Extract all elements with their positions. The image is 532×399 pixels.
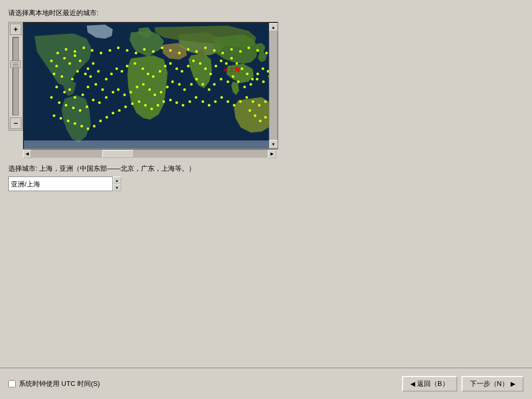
city-select-label: 选择城市: 上海，亚洲（中国东部——北京，广东，上海等。）: [8, 164, 524, 173]
scroll-left-arrow[interactable]: ◀: [23, 150, 31, 158]
scroll-thumb-horizontal[interactable]: [102, 150, 134, 158]
selected-city-marker: ×: [224, 66, 228, 74]
map-canvas[interactable]: × 上海: [24, 23, 277, 148]
utc-checkbox[interactable]: [8, 380, 16, 388]
selected-city-label: 上海: [229, 66, 240, 74]
city-spinner-up[interactable]: ▲: [113, 177, 121, 184]
zoom-out-button[interactable]: −: [10, 118, 21, 129]
bottom-bar: 系统时钟使用 UTC 时间(S) ◀ 返回（B） 下一步（N） ▶: [0, 368, 532, 399]
scroll-up-arrow[interactable]: ▲: [269, 23, 278, 31]
map-wrapper[interactable]: × 上海 ▲ ▼: [23, 22, 278, 149]
scroll-track-vertical[interactable]: [269, 31, 277, 140]
city-select-input[interactable]: 亚洲/上海亚洲/北京亚洲/广州亚洲/东京亚洲/首尔欧洲/伦敦美洲/纽约: [8, 177, 113, 191]
instruction-text: 请选择离本地时区最近的城市:: [8, 8, 524, 18]
city-spinner-buttons: ▲ ▼: [113, 177, 121, 191]
city-dropdown: 亚洲/上海亚洲/北京亚洲/广州亚洲/东京亚洲/首尔欧洲/伦敦美洲/纽约 ▲ ▼: [8, 177, 524, 191]
next-label: 下一步（N）: [470, 379, 509, 389]
next-icon: ▶: [511, 380, 515, 388]
utc-checkbox-area: 系统时钟使用 UTC 时间(S): [8, 379, 100, 389]
back-icon: ◀: [410, 380, 415, 388]
zoom-slider-track[interactable]: [13, 37, 19, 115]
world-map-svg: [24, 23, 277, 148]
horizontal-scrollbar[interactable]: ◀ ▶: [23, 149, 276, 158]
scroll-down-arrow[interactable]: ▼: [269, 140, 278, 148]
back-label: 返回（B）: [417, 379, 449, 389]
utc-label[interactable]: 系统时钟使用 UTC 时间(S): [19, 379, 100, 389]
scroll-track-horizontal[interactable]: [31, 150, 268, 158]
zoom-slider-thumb[interactable]: [10, 61, 21, 68]
city-spinner-down[interactable]: ▼: [113, 184, 121, 191]
scroll-right-arrow[interactable]: ▶: [268, 150, 276, 158]
next-button[interactable]: 下一步（N） ▶: [462, 376, 524, 392]
svg-rect-1: [24, 140, 277, 148]
nav-buttons: ◀ 返回（B） 下一步（N） ▶: [402, 376, 524, 392]
zoom-slider-lines: [13, 63, 19, 66]
zoom-in-button[interactable]: +: [10, 24, 21, 35]
vertical-scrollbar[interactable]: ▲ ▼: [269, 23, 277, 148]
zoom-controls: + −: [8, 22, 23, 131]
back-button[interactable]: ◀ 返回（B）: [402, 376, 457, 392]
